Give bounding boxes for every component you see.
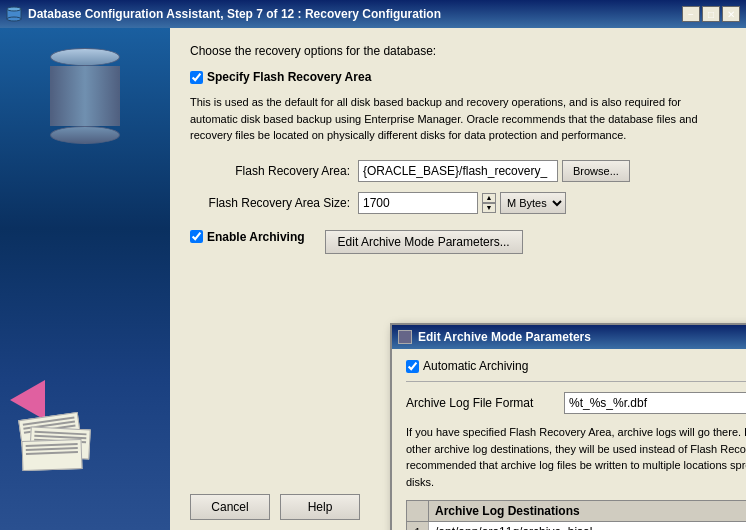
modal-content: Automatic Archiving Archive Log File For… xyxy=(392,349,746,530)
db-cylinder-icon xyxy=(50,48,120,144)
archive-destinations-container: Archive Log Destinations 1 /opt/app/ora1… xyxy=(406,500,746,530)
archive-destinations-column-header: Archive Log Destinations xyxy=(429,501,746,521)
table-row-num-1: 1 xyxy=(407,522,429,530)
archive-log-format-input[interactable] xyxy=(564,392,746,414)
app-icon xyxy=(6,6,22,22)
main-window: Choose the recovery options for the data… xyxy=(0,28,746,530)
table-row-value-1[interactable]: /opt/app/ora11g/archive_bisal xyxy=(429,522,746,530)
archive-destinations-table: Archive Log Destinations 1 /opt/app/ora1… xyxy=(406,500,746,530)
edit-archive-dialog: Edit Archive Mode Parameters ✕ Automatic… xyxy=(390,323,746,530)
document-stack-icon xyxy=(20,416,90,450)
maximize-button[interactable]: □ xyxy=(702,6,720,22)
arrow-icon xyxy=(10,380,45,420)
modal-overlay: Edit Archive Mode Parameters ✕ Automatic… xyxy=(170,28,746,530)
content-area: Choose the recovery options for the data… xyxy=(170,28,746,530)
archive-log-format-row: Archive Log File Format xyxy=(406,392,746,414)
table-row: 1 /opt/app/ora11g/archive_bisal xyxy=(407,522,746,530)
archive-log-format-label: Archive Log File Format xyxy=(406,396,556,410)
archive-destinations-header: Archive Log Destinations xyxy=(407,501,746,522)
close-button[interactable]: ✕ xyxy=(722,6,740,22)
modal-title-bar: Edit Archive Mode Parameters ✕ xyxy=(392,325,746,349)
auto-archive-checkbox-row: Automatic Archiving xyxy=(406,359,746,382)
window-title: Database Configuration Assistant, Step 7… xyxy=(28,7,676,21)
modal-info-text: If you have specified Flash Recovery Are… xyxy=(406,424,746,490)
modal-title: Edit Archive Mode Parameters xyxy=(418,330,746,344)
auto-archive-label: Automatic Archiving xyxy=(423,359,528,373)
modal-icon xyxy=(398,330,412,344)
svg-point-1 xyxy=(7,7,21,11)
minimize-button[interactable]: − xyxy=(682,6,700,22)
sidebar xyxy=(0,28,170,530)
svg-point-2 xyxy=(7,17,21,21)
window-controls: − □ ✕ xyxy=(682,6,740,22)
title-bar: Database Configuration Assistant, Step 7… xyxy=(0,0,746,28)
auto-archive-checkbox[interactable] xyxy=(406,360,419,373)
